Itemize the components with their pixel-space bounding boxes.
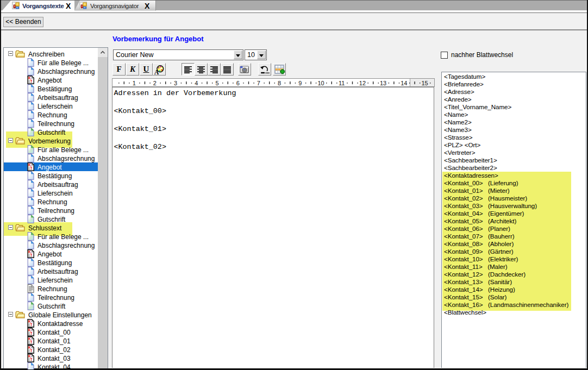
svg-text:3: 3 xyxy=(174,80,177,86)
svg-text:2: 2 xyxy=(153,80,157,86)
svg-text:4: 4 xyxy=(195,80,198,86)
svg-text:8: 8 xyxy=(278,80,281,86)
svg-text:10: 10 xyxy=(317,80,324,86)
svg-text:12: 12 xyxy=(359,80,366,86)
svg-text:6: 6 xyxy=(236,80,240,86)
svg-text:1: 1 xyxy=(133,80,136,86)
svg-text:13: 13 xyxy=(380,80,386,86)
svg-text:7: 7 xyxy=(257,80,260,86)
svg-text:14: 14 xyxy=(401,80,407,86)
svg-text:11: 11 xyxy=(339,80,345,86)
svg-text:9: 9 xyxy=(298,80,302,86)
svg-text:A: A xyxy=(154,69,159,76)
svg-text:15: 15 xyxy=(421,80,428,86)
svg-text:5: 5 xyxy=(215,80,218,86)
